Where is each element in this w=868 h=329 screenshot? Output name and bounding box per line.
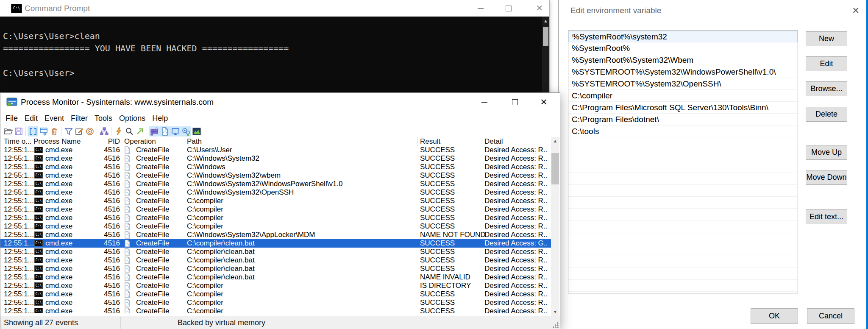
- column-separator[interactable]: [482, 137, 482, 145]
- edit-button[interactable]: Edit: [806, 56, 847, 71]
- column-header-result[interactable]: Result: [420, 137, 440, 146]
- env-path-empty-row[interactable]: [568, 220, 798, 232]
- menu-options[interactable]: Options: [116, 114, 149, 123]
- env-path-empty-row[interactable]: [568, 161, 798, 173]
- close-icon[interactable]: ✕: [845, 0, 866, 21]
- registry-activity-icon[interactable]: [149, 126, 159, 137]
- event-row[interactable]: 12:55:1...C:\cmd.exe4516CreateFileC:\com…: [0, 256, 551, 265]
- column-header-pid[interactable]: PID: [88, 137, 120, 146]
- column-header-timeo[interactable]: Time o...: [4, 137, 32, 146]
- event-row[interactable]: 12:55:1...C:\cmd.exe4516CreateFileC:\com…: [0, 290, 551, 298]
- scroll-up-icon[interactable]: ▲: [542, 18, 549, 23]
- save-icon[interactable]: [13, 126, 24, 137]
- process-activity-icon[interactable]: [181, 126, 191, 137]
- table-scroll-thumb[interactable]: [551, 153, 559, 184]
- env-path-item[interactable]: %SYSTEMROOT%\System32\WindowsPowerShell\…: [568, 66, 798, 78]
- event-row[interactable]: 12:55:1...C:\cmd.exe4516CreateFileC:\com…: [0, 282, 551, 290]
- find-icon[interactable]: [124, 126, 134, 137]
- resize-grip-icon[interactable]: [552, 322, 559, 328]
- column-separator[interactable]: [98, 137, 98, 145]
- close-icon[interactable]: ✕: [534, 93, 553, 112]
- event-row[interactable]: 12:55:1...C:\cmd.exe4516CreateFileC:\com…: [0, 239, 551, 248]
- env-path-item[interactable]: %SystemRoot%\System32\Wbem: [568, 54, 798, 66]
- column-header-detail[interactable]: Detail: [484, 137, 503, 146]
- target-icon[interactable]: [84, 126, 95, 137]
- delete-button[interactable]: Delete: [806, 107, 847, 122]
- event-row[interactable]: 12:55:1...C:\cmd.exe4516CreateFileC:\Use…: [0, 146, 551, 154]
- event-row[interactable]: 12:55:1...C:\cmd.exe4516CreateFileC:\Win…: [0, 171, 551, 180]
- event-row[interactable]: 12:55:1...C:\cmd.exe4516CreateFileC:\com…: [0, 265, 551, 273]
- filter-icon[interactable]: [63, 126, 74, 137]
- new-button[interactable]: New: [806, 31, 847, 46]
- env-path-item[interactable]: C:\tools: [568, 125, 798, 137]
- env-path-empty-row[interactable]: [568, 232, 798, 244]
- autoscroll-icon[interactable]: [38, 126, 49, 137]
- event-row[interactable]: 12:55:1...C:\cmd.exe4516CreateFileC:\Win…: [0, 154, 551, 163]
- table-header-row[interactable]: Time o...Process NamePIDOperationPathRes…: [0, 137, 551, 146]
- env-path-empty-row[interactable]: [568, 268, 798, 280]
- column-separator[interactable]: [32, 137, 32, 145]
- env-path-empty-row[interactable]: [568, 149, 798, 161]
- menu-help[interactable]: Help: [149, 114, 171, 123]
- profiling-icon[interactable]: [191, 126, 202, 137]
- env-path-empty-row[interactable]: [568, 173, 798, 185]
- column-header-operation[interactable]: Operation: [124, 137, 156, 146]
- menu-file[interactable]: File: [2, 114, 21, 123]
- env-path-empty-row[interactable]: [568, 185, 798, 197]
- open-icon[interactable]: [3, 126, 13, 137]
- cmd-titlebar[interactable]: C:\ Command Prompt ✕: [0, 0, 549, 17]
- event-row[interactable]: 12:55:1...C:\cmd.exe4516CreateFileC:\com…: [0, 197, 551, 205]
- menu-event[interactable]: Event: [41, 114, 67, 123]
- event-row[interactable]: 12:55:1...C:\cmd.exe4516CreateFileC:\com…: [0, 222, 551, 231]
- env-path-item[interactable]: %SystemRoot%: [568, 42, 798, 54]
- event-row[interactable]: 12:55:1...C:\cmd.exe4516CreateFileC:\com…: [0, 307, 551, 313]
- lightning-icon[interactable]: [113, 126, 124, 137]
- jump-icon[interactable]: [134, 126, 145, 137]
- event-row[interactable]: 12:55:1...C:\cmd.exe4516CreateFileC:\com…: [0, 298, 551, 307]
- highlight-icon[interactable]: [74, 126, 84, 137]
- close-icon[interactable]: ✕: [530, 0, 549, 17]
- env-path-empty-row[interactable]: [568, 280, 798, 292]
- cancel-button[interactable]: Cancel: [807, 308, 854, 324]
- table-scrollbar[interactable]: ▲ ▼: [551, 137, 559, 316]
- menu-edit[interactable]: Edit: [21, 114, 41, 123]
- event-row[interactable]: 12:55:1...C:\cmd.exe4516CreateFileC:\com…: [0, 273, 551, 282]
- env-path-item[interactable]: %SYSTEMROOT%\System32\OpenSSH\: [568, 78, 798, 90]
- env-path-empty-row[interactable]: [568, 209, 798, 220]
- move-down-button[interactable]: Move Down: [806, 170, 847, 185]
- event-row[interactable]: 12:55:1...C:\cmd.exe4516CreateFileC:\com…: [0, 214, 551, 222]
- event-row[interactable]: 12:55:1...C:\cmd.exe4516CreateFileC:\Win…: [0, 188, 551, 197]
- env-path-item[interactable]: C:\compiler: [568, 90, 798, 102]
- scroll-down-icon[interactable]: ▼: [551, 308, 559, 316]
- environment-path-list[interactable]: %SystemRoot%\system32%SystemRoot%%System…: [568, 31, 798, 293]
- menu-tools[interactable]: Tools: [91, 114, 116, 123]
- scroll-up-icon[interactable]: ▲: [551, 137, 559, 145]
- process-tree-icon[interactable]: [99, 126, 109, 137]
- env-path-empty-row[interactable]: [568, 256, 798, 268]
- column-header-processname[interactable]: Process Name: [33, 137, 81, 146]
- column-header-path[interactable]: Path: [187, 137, 202, 146]
- column-separator[interactable]: [122, 137, 122, 145]
- env-path-empty-row[interactable]: [568, 137, 798, 149]
- console-scrollbar[interactable]: ▲: [542, 17, 549, 92]
- env-path-item[interactable]: %SystemRoot%\system32: [568, 31, 798, 42]
- event-row[interactable]: 12:55:1...C:\cmd.exe4516CreateFileC:\com…: [0, 205, 551, 214]
- env-path-empty-row[interactable]: [568, 197, 798, 209]
- event-row[interactable]: 12:55:1...C:\cmd.exe4516CreateFileC:\com…: [0, 248, 551, 256]
- minimize-icon[interactable]: [471, 0, 490, 17]
- procmon-titlebar[interactable]: Process Monitor - Sysinternals: www.sysi…: [0, 93, 560, 112]
- file-activity-icon[interactable]: [159, 126, 170, 137]
- event-row[interactable]: 12:55:1...C:\cmd.exe4516CreateFileC:\Win…: [0, 231, 551, 239]
- menu-filter[interactable]: Filter: [67, 114, 91, 123]
- console-scroll-thumb[interactable]: [543, 27, 548, 46]
- column-separator[interactable]: [183, 137, 183, 145]
- env-path-item[interactable]: C:\Program Files\Microsoft SQL Server\13…: [568, 102, 798, 114]
- network-activity-icon[interactable]: [170, 126, 181, 137]
- column-separator[interactable]: [417, 137, 418, 145]
- clear-icon[interactable]: [49, 126, 59, 137]
- ok-button[interactable]: OK: [751, 308, 798, 324]
- env-path-empty-row[interactable]: [568, 244, 798, 256]
- edit-text-button[interactable]: Edit text...: [806, 209, 847, 224]
- minimize-icon[interactable]: [475, 93, 494, 112]
- move-up-button[interactable]: Move Up: [806, 145, 847, 160]
